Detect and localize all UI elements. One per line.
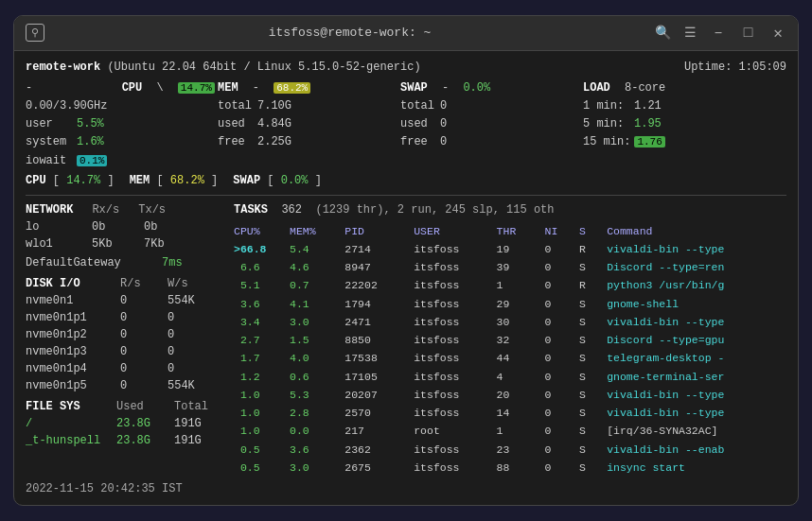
table-row: 2.7 1.5 8850 itsfoss 32 0 S Discord --ty… [234, 331, 786, 349]
fs-header: FILE SYS [26, 398, 101, 415]
swap-bar-value: 0.0% [463, 79, 490, 97]
table-row: 1.0 2.8 2570 itsfoss 14 0 S vivaldi-bin … [234, 404, 786, 422]
proc-cmd: Discord --type=ren [607, 258, 786, 276]
process-section: TASKS 362 (1239 thr), 2 run, 245 slp, 11… [234, 201, 786, 478]
tasks-row: TASKS 362 (1239 thr), 2 run, 245 slp, 11… [234, 201, 786, 218]
proc-cmd: python3 /usr/bin/g [607, 276, 786, 294]
proc-user: itsfoss [414, 240, 496, 258]
proc-thr: 23 [497, 441, 545, 459]
proc-s: R [579, 276, 607, 294]
maximize-button[interactable]: □ [740, 23, 757, 43]
fs-used: 23.8G [116, 432, 159, 449]
proc-thr: 20 [497, 386, 545, 404]
proc-ni: 0 [545, 313, 579, 331]
proc-user: itsfoss [414, 404, 496, 422]
proc-s: S [579, 386, 607, 404]
proc-mem: 0.0 [290, 422, 344, 440]
table-row: 5.1 0.7 22202 itsfoss 1 0 R python3 /usr… [234, 276, 786, 294]
sidebar-swap-close: ] [315, 174, 322, 187]
proc-pid: 17538 [344, 349, 414, 367]
cpu-section: - 0.00/3.90GHz CPU \ 14.7% user 5.5% sys… [26, 79, 210, 170]
disk-w: 554K [168, 377, 195, 394]
mem-dash: - [253, 79, 259, 97]
sidebar-mem-open: [ [156, 174, 163, 187]
proc-user: itsfoss [414, 276, 496, 294]
proc-s: S [579, 404, 607, 422]
proc-ni: 0 [545, 295, 579, 313]
proc-user: itsfoss [414, 459, 496, 477]
swap-total-val: 0 [440, 97, 447, 115]
disk-row: nvme0n1p300 [26, 343, 224, 360]
proc-mem: 1.5 [290, 331, 344, 349]
cpu-system-row: system 1.6% [26, 133, 210, 151]
disk-dev: nvme0n1p4 [26, 360, 101, 377]
table-row: >66.8 5.4 2714 itsfoss 19 0 R vivaldi-bi… [234, 240, 786, 258]
load-15min-row: 15 min: 1.76 [583, 133, 786, 151]
mem-free-row: free 2.25G [218, 133, 393, 151]
sidebar-mem-close: ] [211, 174, 218, 187]
proc-thr: 1 [497, 422, 545, 440]
network-row-wlo1: wlo1 5Kb 7Kb [26, 235, 224, 252]
swap-free-row: free 0 [400, 133, 575, 151]
sidebar-swap-label: SWAP [233, 174, 260, 187]
search-icon[interactable]: 🔍 [655, 25, 671, 41]
fs-used: 23.8G [116, 415, 159, 432]
proc-mem: 4.1 [290, 295, 344, 313]
proc-mem: 3.0 [290, 459, 344, 477]
minimize-button[interactable]: – [710, 23, 727, 43]
proc-s: S [579, 368, 607, 386]
net-tx-wlo1: 7Kb [144, 235, 165, 252]
proc-pid: 2675 [344, 459, 414, 477]
net-iface-wlo1: wlo1 [26, 235, 73, 252]
cpu-iowait-val: 0.1% [77, 155, 107, 166]
proc-cmd: insync start [607, 459, 786, 477]
swap-bar-row: SWAP - 0.0% [400, 79, 575, 97]
cpu-iowait-row: iowait 0.1% [26, 152, 210, 170]
cpu-freq: - 0.00/3.90GHz [26, 79, 107, 115]
menu-icon[interactable]: ☰ [684, 25, 697, 41]
table-row: 1.0 0.0 217 root 1 0 S [irq/36-SYNA32AC] [234, 422, 786, 440]
window-title: itsfoss@remote-work: ~ [269, 26, 432, 40]
proc-cmd: gnome-shell [607, 295, 786, 313]
proc-cpu: 3.4 [234, 313, 290, 331]
sidebar-swap: SWAP [ 0.0% ] [233, 172, 322, 189]
disk-dev: nvme0n1p5 [26, 377, 101, 394]
tasks-detail: (1239 thr), 2 run, 245 slp, 115 oth [315, 203, 554, 217]
proc-mem: 3.0 [290, 313, 344, 331]
table-row: 3.6 4.1 1794 itsfoss 29 0 S gnome-shell [234, 295, 786, 313]
mem-bar-value: 68.2% [274, 82, 310, 94]
load-1min-label: 1 min: [583, 97, 630, 115]
pin-icon[interactable]: ⚲ [26, 24, 44, 42]
proc-cpu: >66.8 [234, 240, 290, 258]
cpu-backslash: \ [156, 79, 163, 97]
cpu-iowait-label: iowait [26, 152, 73, 170]
col-cpu: CPU% [234, 222, 290, 240]
proc-s: S [579, 313, 607, 331]
proc-mem: 5.3 [290, 386, 344, 404]
tasks-count: 362 [281, 203, 302, 217]
swap-used-row: used 0 [400, 115, 575, 133]
proc-cmd: gnome-terminal-ser [607, 368, 786, 386]
proc-thr: 4 [497, 368, 545, 386]
mem-bar-row: MEM - 68.2% [218, 79, 393, 97]
proc-ni: 0 [545, 331, 579, 349]
mem-used-val: 4.84G [257, 115, 291, 133]
sidebar-cpu-val: 14.7% [66, 174, 100, 187]
net-iface-lo: lo [26, 218, 73, 235]
mem-total-val: 7.10G [257, 97, 291, 115]
mem-free-label: free [218, 133, 254, 151]
net-rx-lo: 0b [92, 218, 125, 235]
process-table: CPU% MEM% PID USER THR NI S Command >66.… [234, 222, 786, 478]
disk-w: 554K [168, 292, 195, 309]
proc-thr: 1 [497, 276, 545, 294]
proc-cpu: 1.0 [234, 404, 290, 422]
proc-pid: 20207 [344, 386, 414, 404]
proc-cpu: 5.1 [234, 276, 290, 294]
disk-w: 0 [168, 360, 174, 377]
load-label: LOAD [583, 79, 610, 97]
close-button[interactable]: ✕ [769, 22, 786, 44]
proc-mem: 0.6 [290, 368, 344, 386]
proc-cpu: 1.7 [234, 349, 290, 367]
titlebar-controls: 🔍 ☰ – □ ✕ [655, 22, 786, 44]
sidebar-cpu: CPU [ 14.7% ] [26, 172, 115, 189]
